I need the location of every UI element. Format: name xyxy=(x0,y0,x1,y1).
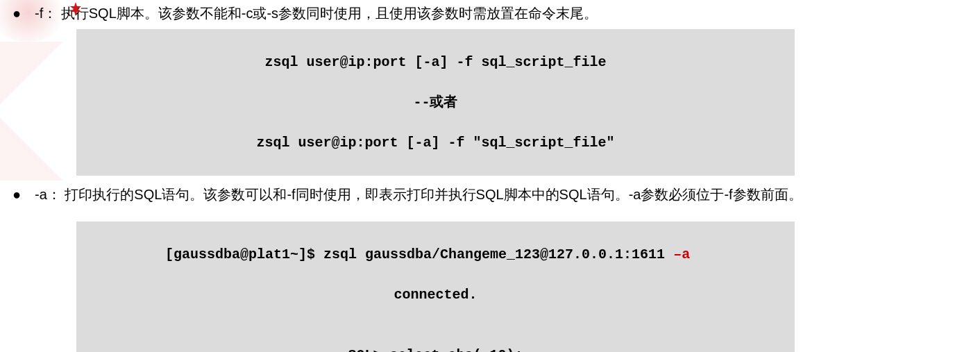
code-block-a: [gaussdba@plat1~]$ zsql gaussdba/Changem… xyxy=(76,221,795,352)
param-term: -f： xyxy=(35,6,57,21)
code-text: [gaussdba@plat1~]$ zsql gaussdba/Changem… xyxy=(165,246,673,262)
param-desc: 打印执行的SQL语句。该参数可以和-f同时使用，即表示打印并执行SQL脚本中的S… xyxy=(65,187,802,202)
cursor-plus-icon xyxy=(68,1,83,17)
code-line: zsql user@ip:port [-a] -f "sql_script_fi… xyxy=(82,133,789,153)
code-line: zsql user@ip:port [-a] -f sql_script_fil… xyxy=(82,52,789,72)
list-item-a: -a： 打印执行的SQL语句。该参数可以和-f同时使用，即表示打印并执行SQL脚… xyxy=(7,183,973,352)
code-line: --或者 xyxy=(82,92,789,112)
param-term: -a： xyxy=(35,187,61,202)
list-item-f: -f： 执行SQL脚本。该参数不能和-c或-s参数同时使用，且使用该参数时需放置… xyxy=(7,1,973,176)
param-desc: 执行SQL脚本。该参数不能和-c或-s参数同时使用，且使用该参数时需放置在命令末… xyxy=(61,6,598,21)
flag-a: –a xyxy=(673,246,690,262)
code-block-f: zsql user@ip:port [-a] -f sql_script_fil… xyxy=(76,29,795,176)
code-line: connected. xyxy=(82,285,789,305)
code-line: [gaussdba@plat1~]$ zsql gaussdba/Changem… xyxy=(82,244,789,265)
code-line: SQL> select abs(-10); xyxy=(82,345,789,352)
